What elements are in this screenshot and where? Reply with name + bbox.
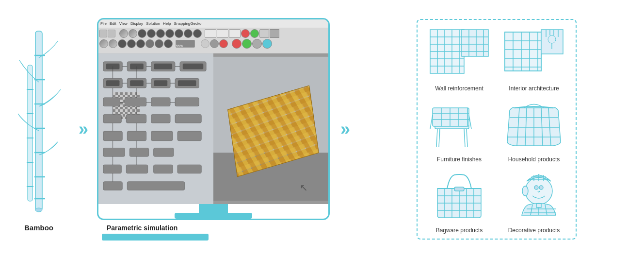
- tb-wide-3: [229, 29, 241, 38]
- tb-icon-round-7: [175, 29, 183, 38]
- tb-r2-1: [99, 39, 108, 48]
- tb-r2-8: [164, 39, 173, 48]
- product-item-household-products: Household products: [499, 96, 569, 163]
- menu-edit: Edit: [110, 21, 116, 26]
- product-item-interior-architecture: Interior architecture: [499, 25, 569, 92]
- svg-rect-52: [178, 80, 196, 86]
- left-arrow: »: [68, 119, 97, 139]
- svg-point-128: [522, 186, 528, 196]
- svg-rect-72: [462, 30, 488, 56]
- tb-icon-2: [108, 30, 115, 37]
- tb-icon-red-1: [241, 29, 250, 38]
- monitor-menubar: File Edit View Display Solution Help Sna…: [98, 19, 328, 28]
- svg-point-129: [534, 186, 538, 189]
- product-caption-interior-architecture: Interior architecture: [509, 85, 559, 92]
- tb-r2-blue: [262, 39, 272, 49]
- monitor: File Edit View Display Solution Help Sna…: [97, 18, 330, 220]
- menu-file: File: [100, 21, 107, 26]
- svg-rect-28: [103, 114, 122, 123]
- menu-solution: Solution: [146, 21, 160, 26]
- tb-zoom-label: 55%: [176, 40, 195, 48]
- svg-point-130: [539, 186, 543, 189]
- tb-triangle: [259, 29, 269, 38]
- svg-rect-27: [175, 97, 199, 106]
- product-item-furniture-finishes: Furniture finishes: [424, 96, 494, 163]
- toolbar-row-1: [99, 29, 327, 38]
- product-caption-decorative-products: Decorative products: [508, 227, 560, 234]
- product-grid: Wall reinforcement: [424, 25, 569, 234]
- svg-text:↖: ↖: [300, 182, 308, 193]
- toolbar-row-2: 55%: [99, 39, 327, 49]
- product-grid-border: Wall reinforcement: [417, 19, 577, 240]
- product-item-bagware-products: Bagware products: [424, 167, 494, 234]
- product-item-decorative-products: Decorative products: [499, 167, 569, 234]
- product-caption-wall-reinforcement: Wall reinforcement: [435, 85, 483, 92]
- monitor-stand-base: [175, 213, 252, 219]
- svg-rect-126: [454, 187, 464, 191]
- svg-rect-79: [505, 32, 541, 71]
- product-img-household-products: [502, 96, 565, 154]
- node-editor: [98, 53, 213, 204]
- tb-r2-5: [136, 39, 145, 48]
- left-double-arrow-icon: »: [79, 119, 86, 139]
- svg-point-15: [35, 208, 42, 212]
- tb-r2-green2: [242, 39, 252, 49]
- product-img-furniture-finishes: [428, 96, 491, 154]
- product-img-bagware-products: [428, 167, 491, 225]
- tb-r2-red: [219, 39, 228, 48]
- menu-help: Help: [163, 21, 171, 26]
- tb-icon-round-1: [119, 29, 128, 38]
- svg-rect-33: [127, 131, 146, 140]
- bamboo-section: Bamboo: [10, 26, 68, 232]
- menu-snapping: SnappingGecko: [174, 21, 202, 26]
- product-img-decorative-products: [502, 167, 565, 225]
- svg-rect-51: [154, 80, 168, 86]
- tb-box-aaa: [270, 29, 279, 38]
- tb-r2-gray: [252, 39, 262, 49]
- svg-rect-43: [103, 181, 123, 190]
- monitor-section: File Edit View Display Solution Help Sna…: [97, 18, 330, 241]
- tb-icon-green-1: [250, 29, 259, 38]
- svg-rect-48: [183, 63, 203, 69]
- svg-rect-39: [103, 165, 122, 173]
- tb-sep: [116, 30, 119, 37]
- svg-rect-97: [433, 108, 469, 126]
- bamboo-label: Bamboo: [24, 224, 53, 232]
- sim-label: Parametric simulation: [107, 224, 177, 232]
- tb-r2-6: [145, 39, 154, 48]
- product-img-wall-reinforcement: [428, 25, 491, 83]
- middle-arrow: »: [330, 119, 359, 139]
- svg-rect-50: [130, 80, 144, 86]
- monitor-stand-neck: [199, 204, 228, 213]
- svg-rect-47: [154, 63, 173, 69]
- product-caption-household-products: Household products: [508, 156, 560, 163]
- svg-rect-38: [154, 148, 174, 156]
- monitor-screen: File Edit View Display Solution Help Sna…: [98, 19, 328, 204]
- svg-rect-29: [126, 114, 146, 123]
- svg-rect-141: [536, 204, 541, 207]
- tb-r2-9: [201, 39, 209, 48]
- tb-wide-1: [205, 29, 216, 38]
- svg-rect-35: [177, 131, 201, 140]
- product-caption-bagware-products: Bagware products: [436, 227, 483, 234]
- menu-display: Display: [130, 21, 143, 26]
- svg-rect-31: [175, 114, 201, 123]
- svg-rect-37: [129, 148, 149, 156]
- tb-icon-round-3: [138, 29, 146, 38]
- svg-rect-49: [106, 80, 120, 86]
- tb-icon-round-2: [129, 29, 137, 38]
- svg-rect-1: [35, 31, 42, 211]
- nodes-svg: [98, 53, 213, 204]
- svg-rect-41: [154, 165, 173, 173]
- tb-r2-3: [118, 39, 127, 48]
- sim-progress-bar: [102, 234, 209, 241]
- svg-rect-24: [103, 97, 120, 106]
- tb-zoom-text: 55%: [176, 44, 183, 48]
- product-caption-furniture-finishes: Furniture finishes: [437, 156, 482, 163]
- svg-rect-44: [127, 181, 185, 190]
- tb-icon-round-8: [184, 29, 193, 38]
- svg-rect-26: [151, 97, 171, 106]
- monitor-toolbar: 55%: [98, 28, 328, 53]
- tb-icon-round-4: [147, 29, 156, 38]
- tb-r2-red2: [232, 39, 242, 49]
